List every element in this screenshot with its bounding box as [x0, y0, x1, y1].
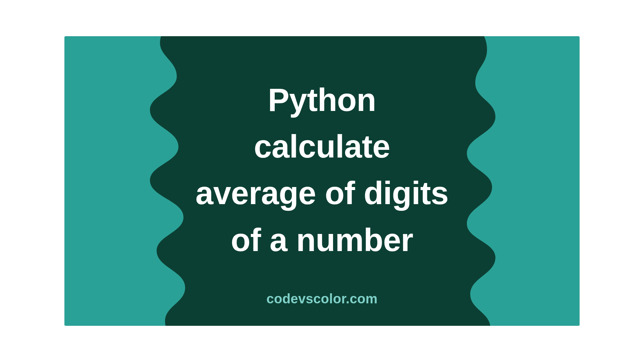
- site-label: codevscolor.com: [266, 291, 377, 306]
- banner-card: Python calculate average of digits of a …: [64, 36, 580, 326]
- banner-title: Python calculate average of digits of a …: [196, 76, 448, 263]
